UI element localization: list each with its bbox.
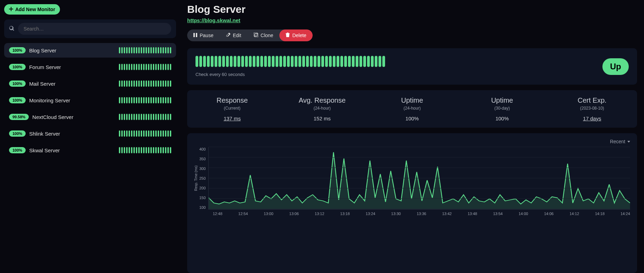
pause-button[interactable]: Pause [187,29,220,41]
monitor-list: 100%Blog Server100%Forum Server100%Mail … [4,43,176,157]
x-tick: 14:06 [544,212,554,216]
svg-rect-2 [255,34,258,37]
x-tick: 14:00 [519,212,528,216]
x-tick: 14:12 [569,212,579,216]
mini-heartbeat [119,114,171,120]
trash-icon [286,33,290,38]
uptime-badge: 100% [9,47,26,53]
plus-icon [9,7,13,12]
chart-plot [208,147,630,210]
x-tick: 13:06 [289,212,299,216]
chart-card: Recent Resp. Time (ms) 40035030025020015… [187,133,637,273]
add-monitor-button[interactable]: Add New Monitor [4,4,60,15]
sidebar-item-skwal-server[interactable]: 100%Skwal Server [4,143,176,157]
stat-cert-exp-: Cert Exp. (2023-08-10) 17 days [547,96,637,121]
x-tick: 13:12 [315,212,324,216]
chevron-down-icon [627,141,630,143]
stat-value[interactable]: 17 days [547,116,637,121]
monitor-name: NextCloud Server [32,114,73,120]
stats-row: Response (Current) 137 msAvg. Response (… [187,90,637,128]
stat-sub: (24-hour) [367,106,457,111]
monitor-name: Mail Server [29,81,55,87]
y-axis: 400350300250200150100 [199,147,208,210]
sidebar-item-forum-server[interactable]: 100%Forum Server [4,60,176,74]
monitor-name: Blog Server [29,48,56,53]
monitor-url[interactable]: https://blog.skwal.net [187,17,637,23]
mini-heartbeat [119,47,171,53]
uptime-badge: 100% [9,97,26,103]
uptime-badge: 99.58% [9,114,29,120]
edit-icon [226,33,230,38]
edit-label: Edit [233,33,241,38]
x-tick: 13:54 [493,212,503,216]
x-tick: 13:30 [391,212,401,216]
monitor-name: Skwal Server [29,147,60,153]
y-tick: 250 [199,176,206,180]
svg-rect-1 [196,33,197,37]
uptime-badge: 100% [9,130,26,137]
y-tick: 150 [199,196,206,200]
add-monitor-label: Add New Monitor [15,7,55,12]
stat-sub: (24-hour) [277,106,367,111]
stat-response: Response (Current) 137 ms [187,96,277,121]
monitor-name: Monitoring Server [29,97,70,103]
mini-heartbeat [119,80,171,87]
clone-label: Clone [261,33,273,38]
status-badge: Up [602,58,629,75]
mini-heartbeat [119,64,171,70]
y-tick: 300 [199,167,206,171]
page-title: Blog Server [187,3,637,15]
stat-value[interactable]: 137 ms [187,116,277,121]
y-tick: 200 [199,186,206,190]
main-panel: Blog Server https://blog.skwal.net Pause… [180,0,644,273]
sidebar-item-mail-server[interactable]: 100%Mail Server [4,76,176,91]
x-tick: 14:18 [595,212,605,216]
sidebar-item-monitoring-server[interactable]: 100%Monitoring Server [4,93,176,108]
monitor-name: Forum Server [29,64,61,70]
clone-icon [254,33,258,38]
mini-heartbeat [119,130,171,137]
sidebar-item-blog-server[interactable]: 100%Blog Server [4,43,176,58]
delete-button[interactable]: Delete [279,29,312,41]
stat-avg-response: Avg. Response (24-hour) 152 ms [277,96,367,121]
chart-range-selector[interactable]: Recent [194,139,630,144]
x-tick: 13:00 [264,212,273,216]
search-box [4,19,176,38]
check-interval-text: Check every 60 seconds [195,72,385,77]
y-tick: 350 [199,157,206,161]
stat-sub: (30-day) [457,106,547,111]
chart-range-label: Recent [610,139,625,144]
mini-heartbeat [119,147,171,153]
edit-button[interactable]: Edit [220,29,247,41]
x-tick: 13:36 [417,212,426,216]
x-tick: 13:24 [366,212,375,216]
y-axis-label: Resp. Time (ms) [194,165,198,191]
action-bar: Pause Edit Clone Delete [187,29,313,41]
uptime-badge: 100% [9,64,26,70]
sidebar-item-nextcloud-server[interactable]: 99.58%NextCloud Server [4,110,176,124]
x-tick: 13:48 [468,212,477,216]
stat-uptime: Uptime (30-day) 100% [457,96,547,121]
monitor-name: Shlink Server [29,131,60,137]
uptime-badge: 100% [9,147,26,153]
x-axis: 12:4812:5413:0013:0613:1213:1813:2413:30… [194,212,630,216]
x-tick: 12:48 [213,212,223,216]
stat-title: Cert Exp. [547,96,637,104]
svg-rect-3 [254,33,257,36]
y-tick: 100 [199,205,206,210]
stat-title: Response [187,96,277,104]
mini-heartbeat [119,97,171,103]
sidebar-item-shlink-server[interactable]: 100%Shlink Server [4,126,176,141]
pause-icon [193,33,197,38]
stat-title: Uptime [457,96,547,104]
clone-button[interactable]: Clone [247,29,280,41]
stat-value: 100% [457,116,547,121]
search-input[interactable] [18,23,171,35]
stat-sub: (2023-08-10) [547,106,637,111]
svg-rect-0 [193,33,195,37]
stat-sub: (Current) [187,106,277,111]
response-chart: Resp. Time (ms) 400350300250200150100 [194,147,630,210]
status-card: Check every 60 seconds Up [187,48,637,85]
x-tick: 14:24 [620,212,630,216]
heartbeat-bars [195,56,385,67]
